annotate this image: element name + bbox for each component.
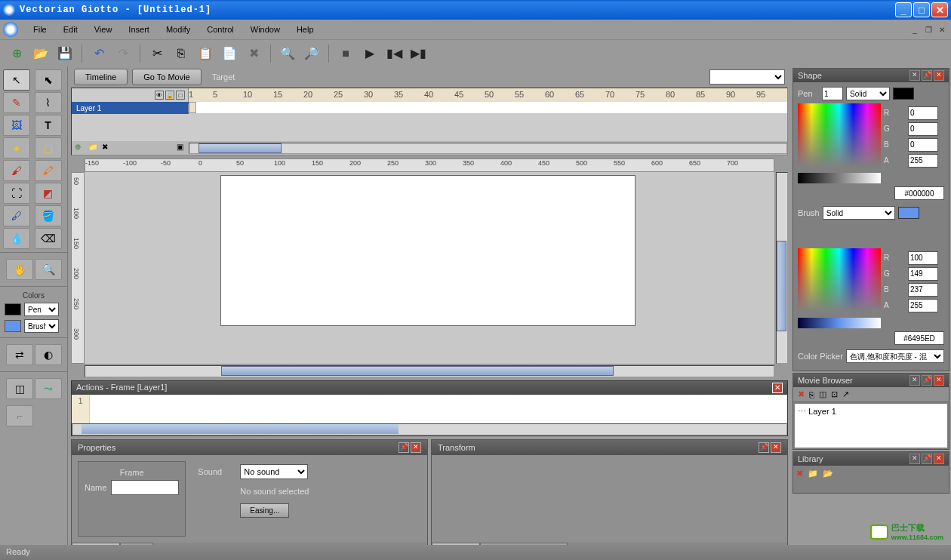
subselection-tool[interactable]: ⬉ [35,69,62,91]
shape-close2-button[interactable]: ✕ [934,70,944,81]
menu-control[interactable]: Control [199,22,241,37]
timeline-scrollbar[interactable] [189,143,787,154]
sound-select[interactable]: No sound [240,464,308,479]
pen-a-input[interactable] [908,154,938,168]
pen-style-select[interactable]: Solid [846,87,890,100]
movie-link-icon[interactable]: ⊡ [831,389,838,399]
menu-help[interactable]: Help [289,22,322,37]
open-button[interactable]: 📂 [30,43,51,64]
text-tool[interactable]: T [35,115,62,136]
last-frame-button[interactable]: ▶▮ [408,43,429,64]
transform-close-button[interactable]: ✕ [771,442,781,453]
movie-export-icon[interactable]: ↗ [842,389,849,399]
brush-a-input[interactable] [908,299,938,312]
stage[interactable] [220,175,636,326]
canvas-scrollbar-v[interactable] [776,172,788,364]
eraser-tool[interactable]: ⌫ [35,228,62,249]
rectangle-tool[interactable]: ▢ [35,137,62,158]
zoom-out-button[interactable]: 🔎 [301,43,322,64]
brush-g-input[interactable] [908,267,938,281]
frame-name-input[interactable] [111,480,179,495]
color-picker-mode-select[interactable]: 色调,饱和度和亮度 - 混 [846,349,944,363]
library-close-button[interactable]: ✕ [909,454,920,464]
brush-b-input[interactable] [908,283,938,297]
save-button[interactable]: 💾 [54,43,75,64]
movie-delete-icon[interactable]: ✖ [798,389,805,399]
easing-button[interactable]: Easing... [240,503,289,518]
first-frame-button[interactable]: ▮◀ [383,43,405,64]
pen-b-input[interactable] [908,138,938,152]
delete-button[interactable]: ✖ [243,43,264,64]
zoom-tool[interactable]: 🔍 [35,259,62,280]
movie-paste-icon[interactable]: ◫ [819,389,826,399]
canvas-viewport[interactable] [85,172,774,364]
swap-colors-button[interactable]: ⇄ [6,344,33,365]
shape-close-button[interactable]: ✕ [909,70,920,81]
center-frame-button[interactable]: ▣ [177,143,189,153]
paste-button[interactable]: 📋 [195,43,216,64]
mdi-minimize-button[interactable]: _ [909,24,921,35]
menu-view[interactable]: View [87,22,120,37]
ink-tool[interactable]: 🖋 [3,205,30,226]
paint-bucket-tool[interactable]: 🪣 [35,205,62,226]
brush-r-input[interactable] [908,251,938,265]
pen-color-swatch[interactable] [5,303,21,315]
paste-special-button[interactable]: 📄 [219,43,240,64]
pen-r-input[interactable] [908,106,938,120]
show-hide-icon[interactable]: 👁 [155,91,164,100]
pen-grayscale-slider[interactable] [798,173,881,183]
delete-layer-button[interactable]: ✖ [102,143,114,153]
zoom-in-button[interactable]: 🔍 [277,43,298,64]
pen-color-select[interactable]: Pen [24,303,59,316]
menu-insert[interactable]: Insert [121,22,157,37]
image-tool[interactable]: 🖼 [3,115,30,136]
minimize-button[interactable]: _ [895,2,912,17]
lasso-tool[interactable]: ⌇ [35,92,62,113]
movie-close2-button[interactable]: ✕ [934,375,944,386]
library-delete-icon[interactable]: ✖ [796,469,803,490]
brush-color-select[interactable]: Brush [24,319,59,333]
ink-bottle-tool[interactable]: 🖍 [35,160,62,181]
actions-close-button[interactable]: ✕ [772,383,783,393]
copy-button[interactable]: ⎘ [171,43,192,64]
selection-tool[interactable]: ↖ [3,69,30,91]
snap-tool[interactable]: ◫ [6,378,33,399]
brush-color-preview[interactable] [898,207,919,219]
properties-close-button[interactable]: ✕ [411,442,421,453]
goto-movie-tab[interactable]: Go To Movie [132,69,202,85]
menu-window[interactable]: Window [243,22,288,37]
shape-pin-button[interactable]: 📌 [922,70,932,81]
library-import-icon[interactable]: 📂 [823,469,833,490]
movie-list-item[interactable]: ⋯ Layer 1 [798,407,944,417]
menu-file[interactable]: File [26,22,54,37]
outline-icon[interactable]: □ [176,91,185,100]
brush-hex-input[interactable] [894,331,944,345]
straighten-tool[interactable]: ⌐ [6,405,33,426]
library-close2-button[interactable]: ✕ [934,454,944,464]
target-dropdown[interactable] [709,69,785,85]
pen-hex-input[interactable] [894,186,944,200]
pen-color-preview[interactable] [893,88,914,100]
canvas-scrollbar-h[interactable] [85,365,774,377]
new-button[interactable]: ⊕ [6,43,27,64]
oval-tool[interactable]: ● [3,137,30,158]
pen-g-input[interactable] [908,122,938,136]
library-folder-icon[interactable]: 📁 [808,469,818,490]
menu-edit[interactable]: Edit [56,22,85,37]
add-layer-button[interactable]: ⊕ [75,143,87,153]
stop-button[interactable]: ■ [335,43,356,64]
close-button[interactable]: ✕ [931,2,948,17]
mdi-close-button[interactable]: ✕ [936,24,948,35]
movie-copy-icon[interactable]: ⎘ [809,390,814,399]
library-pin-button[interactable]: 📌 [922,454,932,464]
mdi-restore-button[interactable]: ❐ [922,24,934,35]
brush-color-picker[interactable] [798,248,881,312]
play-button[interactable]: ▶ [359,43,380,64]
free-transform-tool[interactable]: ⛶ [3,183,30,204]
brush-hue-slider[interactable] [798,318,881,328]
default-colors-button[interactable]: ◐ [35,344,62,365]
lock-icon[interactable]: 🔒 [165,91,174,100]
redo-button[interactable]: ↷ [112,43,134,64]
brush-color-swatch[interactable] [5,320,21,332]
timeline-tab[interactable]: Timeline [74,69,128,85]
